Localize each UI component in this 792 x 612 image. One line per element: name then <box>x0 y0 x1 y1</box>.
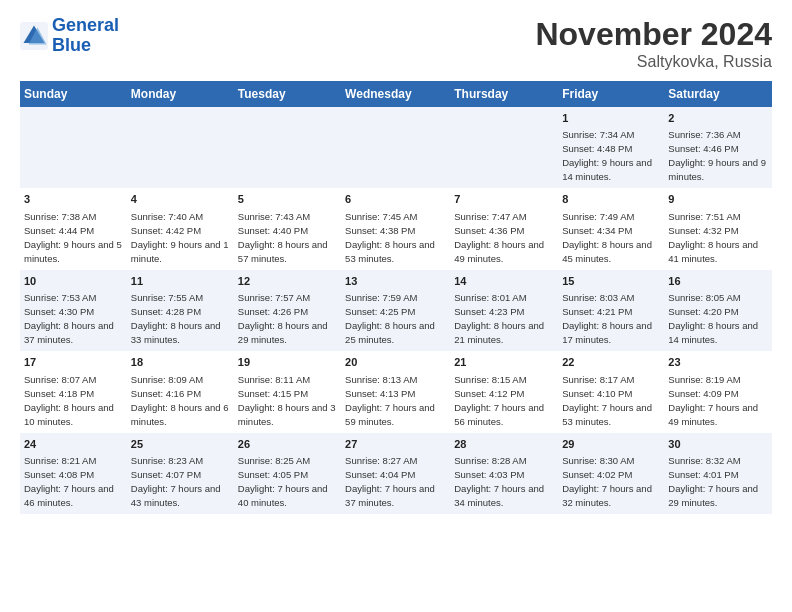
calendar-cell: 21Sunrise: 8:15 AMSunset: 4:12 PMDayligh… <box>450 351 558 432</box>
day-info: Sunrise: 7:40 AMSunset: 4:42 PMDaylight:… <box>131 211 229 264</box>
title-block: November 2024 Saltykovka, Russia <box>535 16 772 71</box>
calendar-cell: 15Sunrise: 8:03 AMSunset: 4:21 PMDayligh… <box>558 270 664 351</box>
day-number: 30 <box>668 437 768 452</box>
calendar-cell: 8Sunrise: 7:49 AMSunset: 4:34 PMDaylight… <box>558 188 664 269</box>
calendar-cell: 14Sunrise: 8:01 AMSunset: 4:23 PMDayligh… <box>450 270 558 351</box>
calendar-cell: 18Sunrise: 8:09 AMSunset: 4:16 PMDayligh… <box>127 351 234 432</box>
calendar-cell: 4Sunrise: 7:40 AMSunset: 4:42 PMDaylight… <box>127 188 234 269</box>
day-number: 10 <box>24 274 123 289</box>
day-number: 8 <box>562 192 660 207</box>
day-number: 23 <box>668 355 768 370</box>
day-info: Sunrise: 8:05 AMSunset: 4:20 PMDaylight:… <box>668 292 758 345</box>
day-info: Sunrise: 7:59 AMSunset: 4:25 PMDaylight:… <box>345 292 435 345</box>
calendar-cell: 29Sunrise: 8:30 AMSunset: 4:02 PMDayligh… <box>558 433 664 514</box>
day-info: Sunrise: 7:43 AMSunset: 4:40 PMDaylight:… <box>238 211 328 264</box>
calendar-week-row: 24Sunrise: 8:21 AMSunset: 4:08 PMDayligh… <box>20 433 772 514</box>
calendar-cell: 23Sunrise: 8:19 AMSunset: 4:09 PMDayligh… <box>664 351 772 432</box>
day-info: Sunrise: 7:47 AMSunset: 4:36 PMDaylight:… <box>454 211 544 264</box>
calendar-cell: 20Sunrise: 8:13 AMSunset: 4:13 PMDayligh… <box>341 351 450 432</box>
day-number: 19 <box>238 355 337 370</box>
calendar-table: Sunday Monday Tuesday Wednesday Thursday… <box>20 81 772 514</box>
day-number: 27 <box>345 437 446 452</box>
day-info: Sunrise: 8:27 AMSunset: 4:04 PMDaylight:… <box>345 455 435 508</box>
day-info: Sunrise: 7:45 AMSunset: 4:38 PMDaylight:… <box>345 211 435 264</box>
logo: General Blue <box>20 16 119 56</box>
col-monday: Monday <box>127 81 234 107</box>
calendar-cell: 26Sunrise: 8:25 AMSunset: 4:05 PMDayligh… <box>234 433 341 514</box>
day-info: Sunrise: 8:17 AMSunset: 4:10 PMDaylight:… <box>562 374 652 427</box>
day-info: Sunrise: 8:11 AMSunset: 4:15 PMDaylight:… <box>238 374 336 427</box>
calendar-cell: 16Sunrise: 8:05 AMSunset: 4:20 PMDayligh… <box>664 270 772 351</box>
col-thursday: Thursday <box>450 81 558 107</box>
header: General Blue November 2024 Saltykovka, R… <box>20 16 772 71</box>
calendar-cell: 22Sunrise: 8:17 AMSunset: 4:10 PMDayligh… <box>558 351 664 432</box>
day-number: 13 <box>345 274 446 289</box>
day-info: Sunrise: 8:23 AMSunset: 4:07 PMDaylight:… <box>131 455 221 508</box>
day-number: 18 <box>131 355 230 370</box>
calendar-cell <box>234 107 341 188</box>
day-info: Sunrise: 8:19 AMSunset: 4:09 PMDaylight:… <box>668 374 758 427</box>
calendar-cell: 30Sunrise: 8:32 AMSunset: 4:01 PMDayligh… <box>664 433 772 514</box>
calendar-cell <box>20 107 127 188</box>
calendar-title: November 2024 <box>535 16 772 53</box>
day-info: Sunrise: 8:32 AMSunset: 4:01 PMDaylight:… <box>668 455 758 508</box>
calendar-cell: 10Sunrise: 7:53 AMSunset: 4:30 PMDayligh… <box>20 270 127 351</box>
day-number: 29 <box>562 437 660 452</box>
day-info: Sunrise: 8:03 AMSunset: 4:21 PMDaylight:… <box>562 292 652 345</box>
day-info: Sunrise: 7:34 AMSunset: 4:48 PMDaylight:… <box>562 129 652 182</box>
calendar-cell: 11Sunrise: 7:55 AMSunset: 4:28 PMDayligh… <box>127 270 234 351</box>
logo-line1: General <box>52 15 119 35</box>
calendar-week-row: 10Sunrise: 7:53 AMSunset: 4:30 PMDayligh… <box>20 270 772 351</box>
page-container: General Blue November 2024 Saltykovka, R… <box>0 0 792 524</box>
day-number: 4 <box>131 192 230 207</box>
logo-icon <box>20 22 48 50</box>
col-saturday: Saturday <box>664 81 772 107</box>
calendar-cell: 27Sunrise: 8:27 AMSunset: 4:04 PMDayligh… <box>341 433 450 514</box>
day-number: 24 <box>24 437 123 452</box>
day-number: 2 <box>668 111 768 126</box>
day-number: 22 <box>562 355 660 370</box>
calendar-cell: 7Sunrise: 7:47 AMSunset: 4:36 PMDaylight… <box>450 188 558 269</box>
col-wednesday: Wednesday <box>341 81 450 107</box>
day-info: Sunrise: 7:57 AMSunset: 4:26 PMDaylight:… <box>238 292 328 345</box>
day-number: 14 <box>454 274 554 289</box>
day-number: 26 <box>238 437 337 452</box>
day-info: Sunrise: 8:01 AMSunset: 4:23 PMDaylight:… <box>454 292 544 345</box>
calendar-cell: 2Sunrise: 7:36 AMSunset: 4:46 PMDaylight… <box>664 107 772 188</box>
day-info: Sunrise: 7:38 AMSunset: 4:44 PMDaylight:… <box>24 211 122 264</box>
calendar-cell: 9Sunrise: 7:51 AMSunset: 4:32 PMDaylight… <box>664 188 772 269</box>
day-info: Sunrise: 8:09 AMSunset: 4:16 PMDaylight:… <box>131 374 229 427</box>
day-info: Sunrise: 8:21 AMSunset: 4:08 PMDaylight:… <box>24 455 114 508</box>
day-info: Sunrise: 7:51 AMSunset: 4:32 PMDaylight:… <box>668 211 758 264</box>
day-number: 12 <box>238 274 337 289</box>
day-number: 7 <box>454 192 554 207</box>
day-number: 3 <box>24 192 123 207</box>
day-number: 9 <box>668 192 768 207</box>
calendar-cell: 3Sunrise: 7:38 AMSunset: 4:44 PMDaylight… <box>20 188 127 269</box>
day-info: Sunrise: 7:55 AMSunset: 4:28 PMDaylight:… <box>131 292 221 345</box>
logo-line2: Blue <box>52 35 91 55</box>
day-number: 20 <box>345 355 446 370</box>
day-number: 28 <box>454 437 554 452</box>
calendar-week-row: 1Sunrise: 7:34 AMSunset: 4:48 PMDaylight… <box>20 107 772 188</box>
day-info: Sunrise: 8:13 AMSunset: 4:13 PMDaylight:… <box>345 374 435 427</box>
calendar-cell: 5Sunrise: 7:43 AMSunset: 4:40 PMDaylight… <box>234 188 341 269</box>
day-info: Sunrise: 8:15 AMSunset: 4:12 PMDaylight:… <box>454 374 544 427</box>
day-info: Sunrise: 8:30 AMSunset: 4:02 PMDaylight:… <box>562 455 652 508</box>
day-number: 6 <box>345 192 446 207</box>
day-number: 1 <box>562 111 660 126</box>
calendar-week-row: 17Sunrise: 8:07 AMSunset: 4:18 PMDayligh… <box>20 351 772 432</box>
calendar-cell: 28Sunrise: 8:28 AMSunset: 4:03 PMDayligh… <box>450 433 558 514</box>
day-number: 16 <box>668 274 768 289</box>
calendar-cell: 24Sunrise: 8:21 AMSunset: 4:08 PMDayligh… <box>20 433 127 514</box>
day-number: 21 <box>454 355 554 370</box>
calendar-cell: 6Sunrise: 7:45 AMSunset: 4:38 PMDaylight… <box>341 188 450 269</box>
calendar-week-row: 3Sunrise: 7:38 AMSunset: 4:44 PMDaylight… <box>20 188 772 269</box>
col-sunday: Sunday <box>20 81 127 107</box>
logo-text: General Blue <box>52 16 119 56</box>
day-info: Sunrise: 8:28 AMSunset: 4:03 PMDaylight:… <box>454 455 544 508</box>
day-info: Sunrise: 8:07 AMSunset: 4:18 PMDaylight:… <box>24 374 114 427</box>
day-number: 17 <box>24 355 123 370</box>
col-tuesday: Tuesday <box>234 81 341 107</box>
calendar-cell <box>450 107 558 188</box>
